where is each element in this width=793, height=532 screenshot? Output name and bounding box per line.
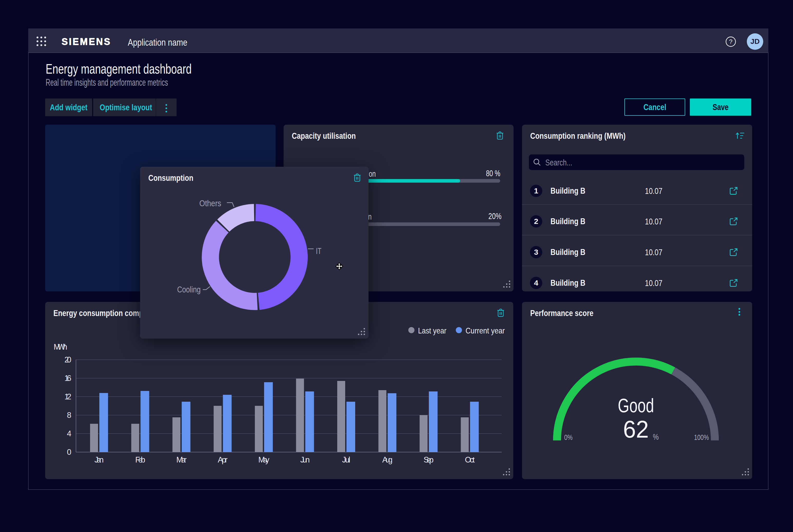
svg-text:Jan: Jan <box>94 455 104 464</box>
svg-text:0: 0 <box>67 448 71 457</box>
svg-text:12: 12 <box>64 392 71 401</box>
svg-text:?: ? <box>729 38 733 45</box>
svg-text:MWh: MWh <box>54 342 67 352</box>
svg-text:8: 8 <box>67 411 71 420</box>
svg-text:16: 16 <box>64 374 71 383</box>
svg-text:Jul: Jul <box>342 455 350 464</box>
svg-text:Feb: Feb <box>135 455 145 464</box>
svg-text:Sep: Sep <box>424 455 434 464</box>
svg-text:4: 4 <box>67 429 71 438</box>
svg-text:Aug: Aug <box>382 455 393 464</box>
svg-text:May: May <box>258 455 270 464</box>
svg-text:Apr: Apr <box>218 455 228 464</box>
svg-text:Mar: Mar <box>176 455 187 464</box>
svg-text:Jun: Jun <box>300 455 310 464</box>
svg-text:20: 20 <box>64 355 71 364</box>
svg-text:Oct: Oct <box>465 455 475 464</box>
